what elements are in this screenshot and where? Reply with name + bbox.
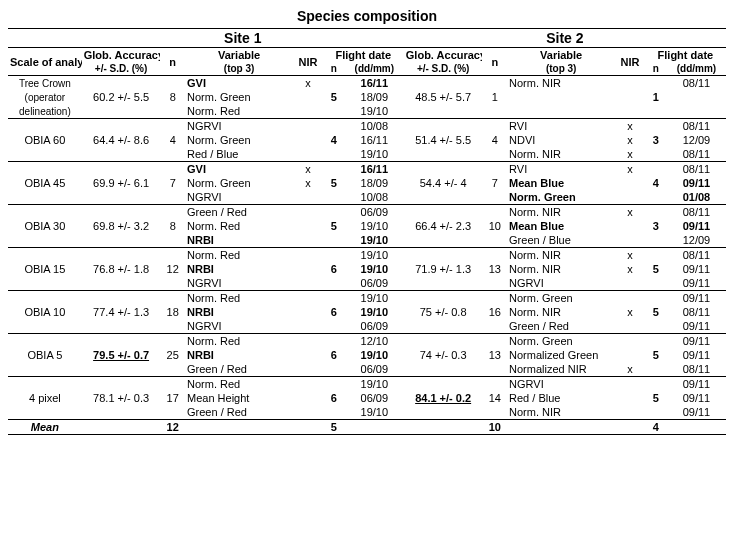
cell — [293, 377, 323, 392]
cell: 25 — [160, 334, 185, 377]
cell: NRBI — [185, 305, 293, 319]
cell: OBIA 5 — [8, 334, 82, 377]
cell — [615, 391, 645, 405]
cell — [293, 319, 323, 334]
cell — [293, 348, 323, 362]
cell: Norm. NIR — [507, 147, 615, 162]
cell: 3 — [645, 205, 667, 248]
cell: Tree Crown — [8, 76, 82, 91]
cell: 09/11 — [667, 176, 726, 190]
cell: 10/08 — [345, 119, 404, 134]
header-fd-sub2: (dd/mm) — [667, 62, 726, 76]
cell: Norm. Red — [185, 104, 293, 119]
cell: 7 — [160, 162, 185, 205]
cell: OBIA 30 — [8, 205, 82, 248]
cell: 1 — [482, 76, 507, 119]
header-fd1: Flight date — [323, 48, 404, 63]
cell: Green / Red — [185, 205, 293, 220]
cell: 48.5 +/- 5.7 — [404, 76, 483, 119]
cell: 14 — [482, 377, 507, 420]
cell: 71.9 +/- 1.3 — [404, 248, 483, 291]
mean-empty — [667, 420, 726, 435]
cell: 08/11 — [667, 205, 726, 220]
cell: NRBI — [185, 348, 293, 362]
cell — [615, 405, 645, 420]
cell: 4 — [323, 119, 345, 162]
cell: 09/11 — [667, 262, 726, 276]
cell: 06/09 — [345, 276, 404, 291]
cell: 84.1 +/- 0.2 — [404, 377, 483, 420]
cell: 8 — [160, 205, 185, 248]
header-site1: Site 1 — [82, 29, 404, 48]
cell — [293, 362, 323, 377]
cell: x — [615, 362, 645, 377]
mean-empty — [615, 420, 645, 435]
cell: 5 — [645, 248, 667, 291]
cell: 10 — [482, 205, 507, 248]
cell: 6 — [323, 334, 345, 377]
cell: NRBI — [185, 233, 293, 248]
header-acc-sub2: +/- S.D. (%) — [404, 62, 483, 76]
cell: Norm. Red — [185, 377, 293, 392]
cell: x — [615, 248, 645, 263]
header-n1: n — [160, 48, 185, 76]
cell — [293, 233, 323, 248]
cell: Norm. Red — [185, 219, 293, 233]
cell: NGRVI — [185, 190, 293, 205]
header-scale: Scale of analysis — [8, 48, 82, 76]
cell — [507, 90, 615, 104]
cell — [293, 391, 323, 405]
mean-empty — [345, 420, 404, 435]
cell — [293, 104, 323, 119]
cell: 8 — [160, 76, 185, 119]
header-acc1: Glob. Accuracy — [82, 48, 161, 63]
cell: 01/08 — [667, 190, 726, 205]
cell: NRBI — [185, 262, 293, 276]
mean-empty — [82, 420, 161, 435]
cell: RVI — [507, 162, 615, 177]
cell: Green / Red — [507, 319, 615, 334]
cell: Mean Blue — [507, 219, 615, 233]
cell: 08/11 — [667, 119, 726, 134]
cell: 7 — [482, 162, 507, 205]
cell: (operator — [8, 90, 82, 104]
cell: 09/11 — [667, 219, 726, 233]
cell: OBIA 15 — [8, 248, 82, 291]
cell: x — [293, 76, 323, 91]
mean-s2-n: 10 — [482, 420, 507, 435]
mean-s1-fn: 5 — [323, 420, 345, 435]
mean-empty — [507, 420, 615, 435]
mean-s2-fn: 4 — [645, 420, 667, 435]
cell: x — [615, 205, 645, 220]
cell — [615, 233, 645, 248]
cell: GVI — [185, 76, 293, 91]
cell: Norm. NIR — [507, 248, 615, 263]
cell: NGRVI — [507, 377, 615, 392]
cell: Norm. Green — [507, 334, 615, 349]
cell — [667, 90, 726, 104]
cell: 09/11 — [667, 391, 726, 405]
cell: 12/09 — [667, 233, 726, 248]
cell — [615, 348, 645, 362]
cell: NGRVI — [185, 276, 293, 291]
cell: 4 — [645, 162, 667, 205]
cell: 09/11 — [667, 291, 726, 306]
header-acc2: Glob. Accuracy — [404, 48, 483, 63]
cell — [293, 147, 323, 162]
cell: OBIA 60 — [8, 119, 82, 162]
mean-s1-n: 12 — [160, 420, 185, 435]
header-fd2: Flight date — [645, 48, 726, 63]
cell — [293, 276, 323, 291]
cell: 19/10 — [345, 405, 404, 420]
cell: 09/11 — [667, 319, 726, 334]
mean-label: Mean — [8, 420, 82, 435]
cell: NGRVI — [507, 276, 615, 291]
cell: 69.9 +/- 6.1 — [82, 162, 161, 205]
cell: 6 — [323, 291, 345, 334]
cell: 5 — [645, 377, 667, 420]
cell — [293, 190, 323, 205]
cell: 13 — [482, 334, 507, 377]
cell: 06/09 — [345, 205, 404, 220]
cell: 12 — [160, 248, 185, 291]
cell — [293, 205, 323, 220]
